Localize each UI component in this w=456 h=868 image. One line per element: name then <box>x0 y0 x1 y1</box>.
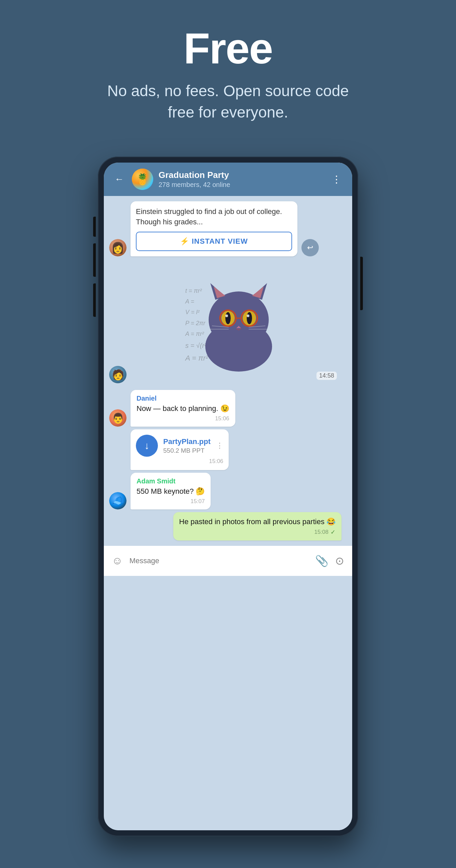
daniel-sender-name: Daniel <box>136 395 229 402</box>
orange-guy-avatar: 👨 <box>109 409 126 427</box>
sticker-time: 14:58 <box>316 372 337 380</box>
girl-avatar <box>109 239 126 256</box>
guy-avatar: 🧑 <box>109 366 126 383</box>
phone-screen: ← 🍍 Graduation Party 278 members, 42 onl… <box>104 163 352 830</box>
own-message-footer: 15:08 ✓ <box>179 528 335 536</box>
group-avatar: 🍍 <box>132 168 153 190</box>
file-inner: ↓ PartyPlan.ppt 550.2 MB PPT ⋮ <box>136 435 223 457</box>
file-time: 15:06 <box>136 458 223 465</box>
adam-avatar: 🧢 <box>109 492 126 509</box>
hero-title: Free <box>184 27 273 70</box>
message-checkmark: ✓ <box>331 528 335 536</box>
instant-view-label: INSTANT VIEW <box>192 237 248 246</box>
sticker-sender-avatar: 🧑 <box>109 366 126 383</box>
more-options-button[interactable]: ⋮ <box>329 172 344 186</box>
own-message-text: He pasted in photos from all previous pa… <box>179 517 335 527</box>
article-bubble: Einstein struggled to find a job out of … <box>130 201 298 257</box>
instant-view-icon: ⚡ <box>180 237 189 246</box>
side-button-3 <box>93 283 96 317</box>
svg-point-8 <box>225 312 231 324</box>
message-input[interactable] <box>129 557 308 565</box>
side-button-2 <box>93 243 96 277</box>
file-bubble: ↓ PartyPlan.ppt 550.2 MB PPT ⋮ 15:06 <box>130 429 229 470</box>
sticker-message-row: 🧑 t = πr² A = V = l² P = 2πr A = πr² s =… <box>104 256 352 390</box>
download-button[interactable]: ↓ <box>136 435 158 457</box>
adam-message-row: 🧢 Adam Smidt 550 MB keynote? 🤔 15:07 <box>109 473 347 509</box>
article-sender-avatar <box>109 239 126 256</box>
chat-body: Einstein struggled to find a job out of … <box>104 196 352 830</box>
phone-frame: ← 🍍 Graduation Party 278 members, 42 onl… <box>98 157 358 836</box>
svg-point-9 <box>247 312 252 324</box>
daniel-message-row: 👨 Daniel Now — back to planning. 😉 15:06 <box>109 390 347 427</box>
file-more-button[interactable]: ⋮ <box>216 441 223 450</box>
file-size: 550.2 MB PPT <box>163 447 211 454</box>
side-button-1 <box>93 217 96 237</box>
svg-point-11 <box>247 314 249 317</box>
blue-hat-avatar: 🧢 <box>109 492 126 509</box>
camera-button[interactable]: ⊙ <box>335 555 344 567</box>
group-members: 278 members, 42 online <box>158 181 324 189</box>
adam-message-text: 550 MB keynote? 🤔 <box>136 487 205 497</box>
sticker-container: t = πr² A = V = l² P = 2πr A = πr² s = √… <box>130 267 347 383</box>
attach-button[interactable]: 📎 <box>315 555 329 567</box>
daniel-avatar: 👨 <box>109 409 126 427</box>
article-message-row: Einstein struggled to find a job out of … <box>104 196 352 257</box>
cat-sticker-svg <box>192 276 285 373</box>
adam-message-bubble: Adam Smidt 550 MB keynote? 🤔 15:07 <box>130 473 211 509</box>
group-avatar-image: 🍍 <box>132 168 153 190</box>
side-button-right <box>360 257 363 310</box>
hero-section: Free No ads, no fees. Open source code f… <box>0 0 456 143</box>
sticker-image: t = πr² A = V = l² P = 2πr A = πr² s = √… <box>179 267 299 383</box>
svg-point-1 <box>209 291 269 348</box>
own-message-wrapper: He pasted in photos from all previous pa… <box>104 509 352 546</box>
daniel-message-bubble: Daniel Now — back to planning. 😉 15:06 <box>130 390 235 427</box>
emoji-button[interactable]: ☺ <box>112 555 123 567</box>
share-button[interactable]: ↩ <box>301 239 319 256</box>
chat-header: ← 🍍 Graduation Party 278 members, 42 onl… <box>104 163 352 196</box>
daniel-message-text: Now — back to planning. 😉 <box>136 404 229 414</box>
daniel-message-time: 15:06 <box>136 415 229 422</box>
back-button[interactable]: ← <box>112 173 126 186</box>
group-name: Graduation Party <box>158 170 324 180</box>
svg-point-10 <box>225 314 228 317</box>
file-message-row: ↓ PartyPlan.ppt 550.2 MB PPT ⋮ 15:06 <box>109 429 347 470</box>
adam-message-time: 15:07 <box>136 498 205 505</box>
article-preview-text: Einstein struggled to find a job out of … <box>136 207 292 227</box>
chat-info: Graduation Party 278 members, 42 online <box>158 170 324 189</box>
own-message-bubble: He pasted in photos from all previous pa… <box>173 512 341 540</box>
own-message-row: He pasted in photos from all previous pa… <box>109 512 347 540</box>
messages-area: 👨 Daniel Now — back to planning. 😉 15:06 <box>104 390 352 509</box>
own-message-time: 15:08 <box>314 529 329 535</box>
file-name: PartyPlan.ppt <box>163 437 211 446</box>
message-input-bar: ☺ 📎 ⊙ <box>104 546 352 576</box>
file-info: PartyPlan.ppt 550.2 MB PPT <box>163 437 211 454</box>
adam-sender-name: Adam Smidt <box>136 477 205 485</box>
hero-subtitle: No ads, no fees. Open source code free f… <box>94 80 362 123</box>
instant-view-button[interactable]: ⚡ INSTANT VIEW <box>136 232 292 251</box>
phone-body: ← 🍍 Graduation Party 278 members, 42 onl… <box>98 157 358 836</box>
